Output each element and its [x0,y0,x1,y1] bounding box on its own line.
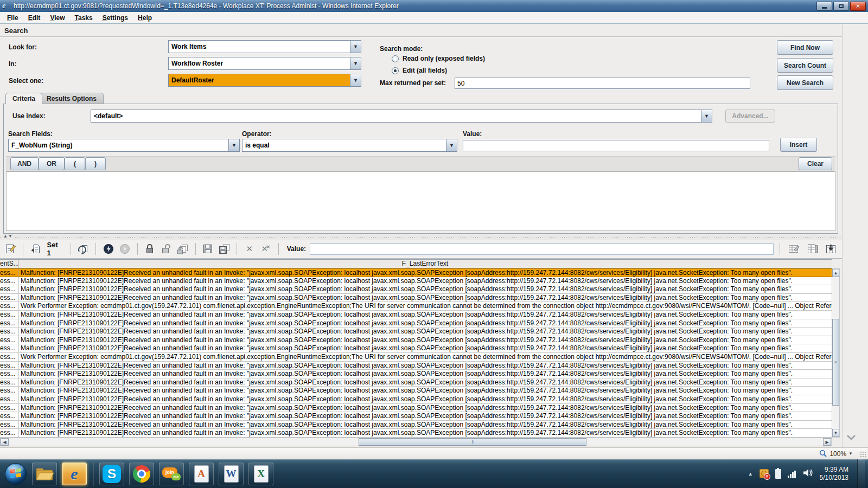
network-error-tray-icon[interactable]: ✕ [760,469,769,478]
menu-file[interactable]: File [2,13,23,23]
use-index-combobox[interactable]: <default> ▼ [91,110,712,123]
menu-view[interactable]: View [45,13,69,23]
open-paren-button[interactable]: ( [65,157,85,170]
result-row[interactable]: ess...Malfunction: [FNRPE2131090122E]Rec… [0,404,832,413]
find-now-button[interactable]: Find Now [777,40,833,55]
lock-icon[interactable] [144,243,156,255]
search-fields-combobox[interactable]: F_WobNum (String) ▼ [8,139,240,152]
result-row[interactable]: ess...Malfunction: [FNRPE2131090122E]Rec… [0,387,832,395]
edit-form-icon[interactable] [4,243,17,255]
resize-grip[interactable] [860,451,866,458]
menu-edit[interactable]: Edit [23,13,46,23]
max-returned-input[interactable] [455,78,750,89]
criteria-expression-area[interactable] [6,171,835,231]
close-paren-button[interactable]: ) [85,157,106,170]
volume-tray-icon[interactable] [802,468,813,480]
result-row[interactable]: ess...Malfunction: [FNRPE2131090122E]Rec… [0,429,832,438]
value-input[interactable] [463,140,769,151]
scroll-down-button[interactable]: ▼ [832,429,839,437]
result-row[interactable]: ess...Malfunction: [FNRPE2131090122E]Rec… [0,378,832,387]
signal-strength-tray-icon[interactable] [788,470,796,478]
result-row[interactable]: ess...Malfunction: [FNRPE2131090122E]Rec… [0,344,832,353]
taskbar-word-button[interactable]: W [219,463,244,485]
chevron-down-icon[interactable] [846,433,857,443]
result-row[interactable]: ess...Work Performer Exception: ecmdmp01… [0,302,832,311]
minimize-button[interactable] [816,2,832,11]
maximize-button[interactable] [833,2,849,11]
result-row[interactable]: ess...Malfunction: [FNRPE2131090122E]Rec… [0,277,832,286]
menu-tasks[interactable]: Tasks [70,13,98,23]
scroll-left-button[interactable]: ◀ [1,438,9,446]
chevron-down-icon[interactable]: ▼ [350,57,361,69]
table-edit-icon[interactable] [788,243,801,255]
result-row[interactable]: ess...Malfunction: [FNRPE2131090122E]Rec… [0,370,832,378]
splitter-arrows-icon[interactable]: ▲▼ [2,234,14,239]
taskbar-chrome-button[interactable] [129,463,154,485]
operator-combobox[interactable]: is equal ▼ [242,139,457,152]
tab-results-options[interactable]: Results Options [40,93,104,104]
result-row[interactable]: ess...Malfunction: [FNRPE2131090122E]Rec… [0,395,832,404]
taskbar-excel-button[interactable]: X [248,463,273,485]
tab-criteria[interactable]: Criteria [5,93,42,104]
radio-checked-icon[interactable] [392,67,399,74]
result-row[interactable]: ess...Malfunction: [FNRPE2131090122E]Rec… [0,268,832,277]
select-one-combobox[interactable]: DefaultRoster ▼ [168,74,361,87]
column-header-lasterrortext[interactable]: F_LastErrorText [18,260,832,268]
toolbar-value-input[interactable] [310,243,774,255]
and-button[interactable]: AND [10,157,39,170]
new-search-button[interactable]: New Search [777,75,833,90]
result-row[interactable]: ess...Malfunction: [FNRPE2131090122E]Rec… [0,311,832,319]
save-icon[interactable] [202,243,214,255]
taskbar-explorer-button[interactable] [32,463,57,485]
result-row[interactable]: ess...Malfunction: [FNRPE2131090122E]Rec… [0,328,832,336]
result-row[interactable]: ess...Malfunction: [FNRPE2131090122E]Rec… [0,336,832,345]
horizontal-scrollbar[interactable]: ◀ ‖ ▶ [0,438,832,446]
taskbar-joinme-button[interactable]: join me [159,463,184,485]
taskbar-internet-explorer-button[interactable]: e [62,463,87,485]
clear-button[interactable]: Clear [799,157,832,170]
look-for-combobox[interactable]: Work Items ▼ [168,40,361,53]
vertical-scroll-thumb[interactable]: ≡ [832,319,839,406]
pane-splitter[interactable]: ▲▼ [0,235,842,240]
search-count-button[interactable]: Search Count [777,58,833,73]
delete-all-icon[interactable]: ✕✕ [259,243,272,255]
chevron-down-icon[interactable]: ▼ [848,451,853,456]
result-row[interactable]: ess...Work Performer Exception: ecmdmp01… [0,353,832,362]
insert-button[interactable]: Insert [780,138,817,152]
result-row[interactable]: ess...Malfunction: [FNRPE2131090122E]Rec… [0,362,832,370]
result-row[interactable]: ess...Malfunction: [FNRPE2131090122E]Rec… [0,421,832,429]
battery-tray-icon[interactable] [775,469,781,479]
chevron-down-icon[interactable]: ▼ [446,139,457,151]
save-all-icon[interactable] [218,243,231,255]
chevron-down-icon[interactable]: ▼ [350,74,361,86]
taskbar-clock[interactable]: 9:39 AM 5/10/2013 [820,466,851,482]
in-combobox[interactable]: Workflow Roster ▼ [168,57,361,70]
result-row[interactable]: ess...Malfunction: [FNRPE2131090122E]Rec… [0,319,832,328]
show-desktop-button[interactable] [857,459,865,488]
column-header-truncated[interactable]: entS... [0,260,18,268]
result-row[interactable]: ess...Malfunction: [FNRPE2131090122E]Rec… [0,285,832,294]
or-button[interactable]: OR [39,157,65,170]
horizontal-scroll-thumb[interactable]: ‖ [359,438,586,446]
result-row[interactable]: ess...Malfunction: [FNRPE2131090122E]Rec… [0,294,832,303]
unlock-icon[interactable] [160,243,173,255]
taskbar-wordpad-button[interactable]: A [189,463,214,485]
chevron-down-icon[interactable]: ▼ [350,41,361,53]
step-set-icon[interactable] [29,243,42,255]
chevron-down-icon[interactable]: ▼ [701,110,712,122]
vertical-scrollbar[interactable]: ▲ ≡ ▼ [832,268,840,438]
start-button[interactable] [4,463,27,485]
show-hidden-icons-button[interactable]: ▲ [748,471,753,477]
unlock-all-icon[interactable] [176,243,189,255]
table-columns-icon[interactable] [806,243,819,255]
scroll-up-button[interactable]: ▲ [832,269,839,277]
taskbar-skype-button[interactable]: S [99,463,124,485]
scroll-right-button[interactable]: ▶ [823,438,831,446]
refresh-icon[interactable] [77,243,90,255]
result-row[interactable]: ess...Malfunction: [FNRPE2131090122E]Rec… [0,412,832,421]
radio-edit-all[interactable]: Edit (all fields) [392,67,447,74]
delete-icon[interactable]: ✕ [243,243,256,255]
radio-icon[interactable] [392,55,399,62]
menu-settings[interactable]: Settings [98,13,133,23]
chevron-down-icon[interactable]: ▼ [228,139,239,151]
